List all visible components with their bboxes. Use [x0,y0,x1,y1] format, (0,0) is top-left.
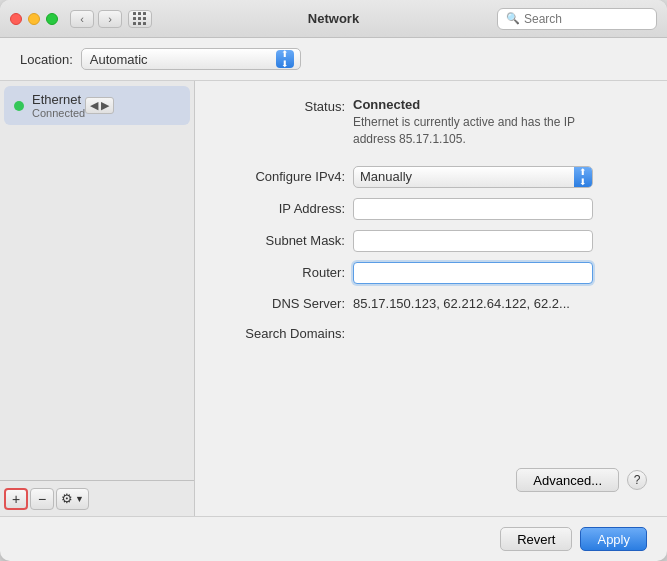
grid-button[interactable] [128,10,152,28]
minimize-button[interactable] [28,13,40,25]
bottom-bar: Revert Apply [0,516,667,561]
location-select-value: Automatic [90,52,276,67]
remove-network-button[interactable]: − [30,488,54,510]
advanced-row: Advanced... ? [215,468,647,492]
network-window: ‹ › Network 🔍 Location: Automatic ⬆⬇ [0,0,667,561]
forward-button[interactable]: › [98,10,122,28]
sidebar: Ethernet Connected ◀ ▶ + − [0,81,195,516]
nav-buttons: ‹ › [70,10,122,28]
ip-address-row: IP Address: [215,198,647,220]
status-info: Connected Ethernet is currently active a… [353,97,583,148]
search-bar[interactable]: 🔍 [497,8,657,30]
location-label: Location: [20,52,73,67]
sidebar-toolbar: + − ⚙ ▼ [0,480,194,516]
status-label: Status: [215,97,345,117]
status-section: Status: Connected Ethernet is currently … [215,97,647,148]
ethernet-status: Connected [32,107,85,119]
main-content: Ethernet Connected ◀ ▶ + − [0,81,667,516]
ip-address-input[interactable] [353,198,593,220]
dns-server-value: 85.17.150.123, 62.212.64.122, 62.2... [353,294,570,314]
close-button[interactable] [10,13,22,25]
ethernet-arrows: ◀ ▶ [85,97,114,114]
search-icon: 🔍 [506,12,520,25]
gear-menu-button[interactable]: ⚙ ▼ [56,488,89,510]
dns-server-label: DNS Server: [215,294,345,314]
revert-button[interactable]: Revert [500,527,572,551]
add-network-button[interactable]: + [4,488,28,510]
apply-button[interactable]: Apply [580,527,647,551]
sidebar-list: Ethernet Connected ◀ ▶ [0,81,194,480]
subnet-mask-input[interactable] [353,230,593,252]
plus-icon: + [12,491,20,507]
router-input[interactable] [353,262,593,284]
right-panel: Status: Connected Ethernet is currently … [195,81,667,516]
grid-icon [133,12,147,26]
search-domains-label: Search Domains: [215,324,345,344]
ethernet-status-dot [14,101,24,111]
dns-server-row: DNS Server: 85.17.150.123, 62.212.64.122… [215,294,647,314]
gear-chevron-icon: ▼ [75,494,84,504]
titlebar: ‹ › Network 🔍 [0,0,667,38]
configure-ipv4-row: Configure IPv4: Manually ⬆⬇ [215,166,647,188]
location-select[interactable]: Automatic ⬆⬇ [81,48,301,70]
sidebar-item-ethernet[interactable]: Ethernet Connected ◀ ▶ [4,86,190,125]
search-domains-row: Search Domains: [215,324,647,344]
minus-icon: − [38,491,46,507]
configure-ipv4-select[interactable]: Manually ⬆⬇ [353,166,593,188]
advanced-button[interactable]: Advanced... [516,468,619,492]
traffic-lights [10,13,58,25]
gear-icon: ⚙ [61,491,73,506]
location-bar: Location: Automatic ⬆⬇ [0,38,667,81]
subnet-mask-row: Subnet Mask: [215,230,647,252]
maximize-button[interactable] [46,13,58,25]
configure-ipv4-label: Configure IPv4: [215,167,345,187]
status-description: Ethernet is currently active and has the… [353,114,583,148]
ethernet-info: Ethernet Connected [32,92,85,119]
question-button[interactable]: ? [627,470,647,490]
window-title: Network [308,11,359,26]
subnet-mask-label: Subnet Mask: [215,231,345,251]
router-row: Router: [215,262,647,284]
status-value: Connected [353,97,583,112]
location-select-arrow: ⬆⬇ [276,50,294,68]
configure-ipv4-arrow: ⬆⬇ [574,167,592,187]
search-input[interactable] [524,12,644,26]
back-button[interactable]: ‹ [70,10,94,28]
ethernet-name: Ethernet [32,92,85,107]
ip-address-label: IP Address: [215,199,345,219]
router-label: Router: [215,263,345,283]
configure-ipv4-value: Manually [360,169,574,184]
